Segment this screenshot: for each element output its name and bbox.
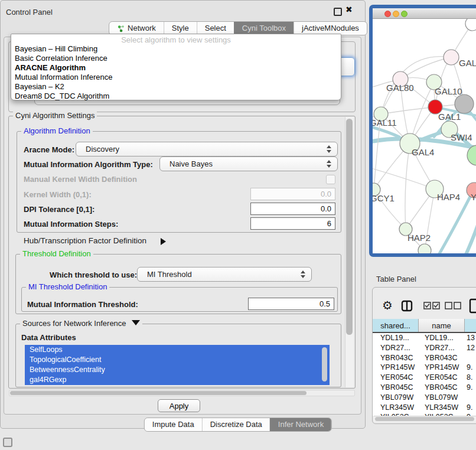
close-traffic-light-icon[interactable] — [384, 11, 391, 17]
cyni-settings-title: Cyni Algorithm Settings — [13, 112, 97, 120]
cell-value: 12 — [465, 343, 476, 353]
dock-panel-icon[interactable] — [3, 438, 12, 447]
cell-value: 13 — [465, 333, 476, 343]
tab-select[interactable]: Select — [197, 22, 234, 35]
column-layout-icon[interactable] — [401, 300, 413, 312]
cell-value — [465, 393, 476, 403]
attribute-item-selfloops[interactable]: SelfLoops — [25, 345, 330, 355]
algorithm-item-bayesian-k2[interactable]: Bayesian – K2 — [11, 82, 341, 92]
tab-impute-data-label: Impute Data — [152, 418, 194, 431]
cell-shared-name: YDL19... — [373, 333, 419, 343]
column-header-shared[interactable]: shared... — [373, 319, 419, 332]
tab-cyni-toolbox[interactable]: Cyni Toolbox — [234, 22, 294, 35]
attribute-item-gal4rgexp[interactable]: gal4RGexp — [25, 375, 330, 385]
settings-hscrollbar-thumb[interactable] — [10, 391, 307, 395]
algorithm-popup: Select algorithm to view settings Bayesi… — [11, 34, 341, 100]
tab-impute-data[interactable]: Impute Data — [145, 418, 202, 431]
network-canvas[interactable]: GALGAL80GAL10GAL1GAL11SWI4GAL4GCY1HAP4YH… — [373, 19, 476, 253]
table-rows: YDL19...YDL19...13YDR27...YDR27...12YBR0… — [373, 333, 476, 416]
kernel-width-field[interactable] — [250, 188, 335, 200]
select-all-checkboxes-icon[interactable] — [423, 302, 440, 309]
attribute-item-betweennesscentrality[interactable]: BetweennessCentrality — [25, 365, 330, 375]
tab-style[interactable]: Style — [164, 22, 197, 35]
tab-discretize-data[interactable]: Discretize Data — [202, 418, 270, 431]
node-label-hap4: HAP4 — [437, 192, 460, 202]
expand-arrow-icon[interactable] — [161, 236, 166, 247]
zoom-traffic-light-icon[interactable] — [401, 11, 407, 17]
apply-button[interactable]: Apply — [158, 399, 200, 412]
table-row[interactable]: YPR145WYPR145W9. — [373, 363, 476, 373]
algorithm-popup-placeholder: Select algorithm to view settings — [11, 34, 341, 44]
network-node[interactable] — [455, 94, 474, 113]
dpi-tolerance-label: DPI Tolerance [0,1]: — [24, 205, 94, 214]
cell-value: 8. — [465, 373, 476, 383]
mi-steps-label: Mutual Information Steps: — [24, 220, 118, 229]
algorithm-item-bayesian-hill-climbing[interactable]: Bayesian – Hill Climbing — [11, 44, 341, 54]
algorithm-item-aracne-algorithm[interactable]: ARACNE Algorithm — [11, 63, 341, 73]
network-node[interactable] — [444, 50, 459, 65]
tab-network[interactable]: Network — [109, 22, 164, 35]
data-attributes-list: SelfLoopsTopologicalCoefficientBetweenne… — [25, 345, 330, 385]
cell-name: YBL079W — [419, 393, 465, 403]
cell-value: 9. — [465, 403, 476, 413]
attributes-scrollbar-thumb[interactable] — [322, 347, 327, 381]
dpi-tolerance-field[interactable] — [250, 203, 335, 215]
table-row[interactable]: YBR043CYBR043C — [373, 353, 476, 363]
mi-threshold-title: MI Threshold Definition — [26, 283, 109, 291]
tab-discretize-data-label: Discretize Data — [210, 418, 262, 431]
hub-definition-label: Hub/Transcription Factor Definition — [24, 236, 146, 245]
gear-icon[interactable]: ⚙ — [382, 298, 393, 313]
mi-threshold-field[interactable] — [248, 298, 334, 310]
attribute-item-topologicalcoefficient[interactable]: TopologicalCoefficient — [25, 355, 330, 365]
node-label-gal1: GAL1 — [438, 112, 461, 122]
settings-vscrollbar-thumb[interactable] — [346, 119, 353, 335]
aracne-mode-combobox[interactable]: Discovery — [76, 142, 338, 156]
column-header-name[interactable]: name — [419, 319, 465, 332]
node-label-gcy1: GCY1 — [373, 193, 395, 203]
node-label-gal4: GAL4 — [412, 147, 434, 157]
network-node[interactable] — [418, 244, 431, 253]
float-window-icon[interactable] — [334, 8, 342, 16]
table-row[interactable]: YDR27...YDR27...12 — [373, 343, 476, 353]
document-icon[interactable] — [469, 298, 476, 314]
minimize-traffic-light-icon[interactable] — [393, 11, 399, 17]
cell-name: YDL19... — [419, 333, 465, 343]
mi-algorithm-type-combobox[interactable]: Naive Bayes — [159, 156, 338, 171]
table-row[interactable]: YER054CYER054C8. — [373, 373, 476, 383]
table-row[interactable]: YDL19...YDL19...13 — [373, 333, 476, 343]
table-hscrollbar-thumb[interactable] — [375, 417, 474, 421]
tab-jactivemnodules[interactable]: jActiveMNodules — [294, 22, 367, 35]
tab-infer-network[interactable]: Infer Network — [270, 418, 331, 431]
table-row[interactable]: YLR345WYLR345W9. — [373, 403, 476, 413]
manual-kernel-checkbox[interactable] — [326, 175, 335, 184]
close-icon[interactable]: ✖ — [345, 5, 353, 14]
node-label-swi4: SWI4 — [451, 132, 472, 142]
stepper-icon — [327, 160, 332, 168]
mi-steps-field[interactable] — [250, 217, 335, 230]
deselect-checkboxes-icon[interactable] — [445, 302, 461, 309]
tab-infer-network-label: Infer Network — [278, 418, 324, 431]
mi-algorithm-type-label: Mutual Information Algorithm Type: — [24, 160, 153, 169]
tab-jactivemnodules-label: jActiveMNodules — [302, 22, 359, 35]
table-row[interactable]: YBR045CYBR045C9. — [373, 383, 476, 393]
cell-shared-name: YDR27... — [373, 343, 419, 353]
which-threshold-value: MI Threshold — [138, 268, 311, 279]
kernel-width-label: Kernel Width (0,1): — [24, 190, 92, 199]
which-threshold-combobox[interactable]: MI Threshold — [137, 267, 312, 282]
mi-threshold-label: Mutual Information Threshold: — [27, 300, 138, 309]
sources-title-text: Sources for Network Inference — [22, 319, 126, 328]
sources-title: Sources for Network Inference — [20, 319, 142, 328]
collapse-arrow-icon[interactable] — [132, 320, 140, 325]
algorithm-item-dream8-dc-tdc-algorithm[interactable]: Dream8 DC_TDC Algorithm — [11, 92, 341, 101]
algorithm-item-basic-correlation-inference[interactable]: Basic Correlation Inference — [11, 54, 341, 63]
data-attributes-label: Data Attributes — [21, 333, 76, 342]
table-row[interactable]: YBL079WYBL079W — [373, 393, 476, 403]
cell-name: YLR345W — [419, 403, 465, 413]
cell-shared-name: YBR045C — [373, 383, 419, 393]
cell-name: YBR043C — [419, 353, 465, 363]
node-label-gal11: GAL11 — [373, 118, 397, 128]
tab-style-label: Style — [172, 22, 189, 35]
algorithm-item-mutual-information-inference[interactable]: Mutual Information Inference — [11, 73, 341, 82]
aracne-mode-label: Aracne Mode: — [24, 145, 74, 154]
column-header-partial[interactable] — [465, 319, 476, 332]
